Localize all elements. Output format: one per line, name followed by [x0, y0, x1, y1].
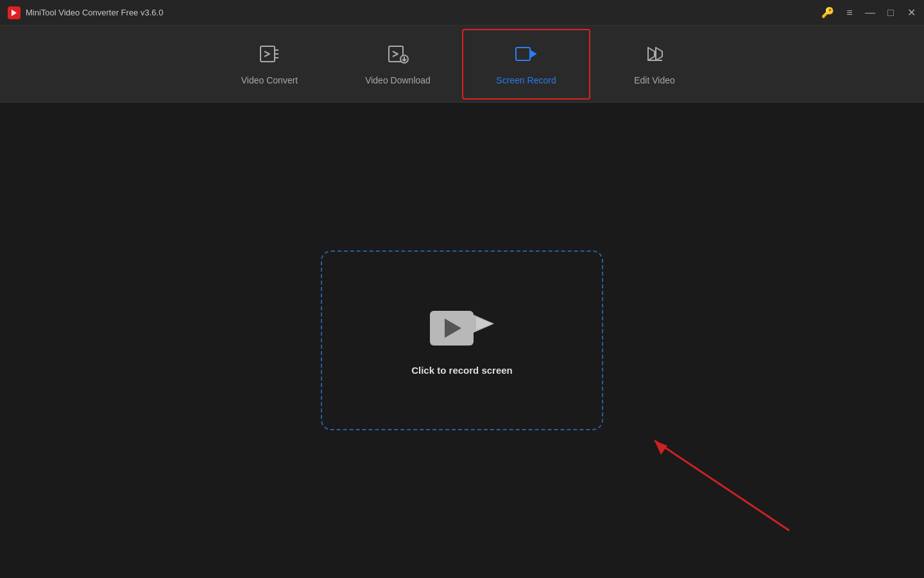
tab-video-convert[interactable]: Video Convert	[205, 29, 334, 100]
camera-record-icon	[430, 306, 494, 352]
svg-rect-1	[261, 46, 275, 62]
edit-video-label: Edit Video	[634, 75, 675, 85]
title-bar-right: 🔑 ≡ — □ ✕	[821, 6, 916, 19]
record-prompt-label: Click to record screen	[411, 365, 513, 376]
edit-video-icon	[643, 42, 666, 69]
key-icon: 🔑	[821, 6, 834, 19]
svg-marker-0	[12, 10, 17, 16]
tab-edit-video[interactable]: Edit Video	[590, 29, 719, 100]
video-download-label: Video Download	[365, 75, 431, 85]
svg-marker-6	[530, 50, 536, 58]
record-area[interactable]: Click to record screen	[321, 250, 603, 430]
svg-rect-5	[516, 48, 530, 60]
nav-bar: Video Convert Video Download Screen Reco…	[0, 26, 924, 103]
video-download-icon	[386, 42, 409, 69]
video-convert-icon	[258, 42, 281, 69]
svg-line-8	[654, 441, 789, 530]
arrow-annotation	[616, 408, 796, 539]
maximize-button[interactable]: □	[886, 8, 896, 18]
app-title: MiniTool Video Converter Free v3.6.0	[26, 8, 163, 17]
svg-marker-9	[654, 441, 667, 455]
tab-video-download[interactable]: Video Download	[334, 29, 462, 100]
app-logo	[8, 6, 21, 19]
minimize-button[interactable]: —	[865, 8, 875, 18]
menu-button[interactable]: ≡	[844, 8, 855, 18]
title-bar: MiniTool Video Converter Free v3.6.0 🔑 ≡…	[0, 0, 924, 26]
close-button[interactable]: ✕	[906, 8, 916, 18]
tab-screen-record[interactable]: Screen Record	[462, 29, 590, 100]
screen-record-icon	[515, 42, 538, 69]
screen-record-label: Screen Record	[496, 75, 556, 85]
main-content: Click to record screen	[0, 103, 924, 578]
video-convert-label: Video Convert	[241, 75, 298, 85]
title-bar-left: MiniTool Video Converter Free v3.6.0	[8, 6, 163, 19]
